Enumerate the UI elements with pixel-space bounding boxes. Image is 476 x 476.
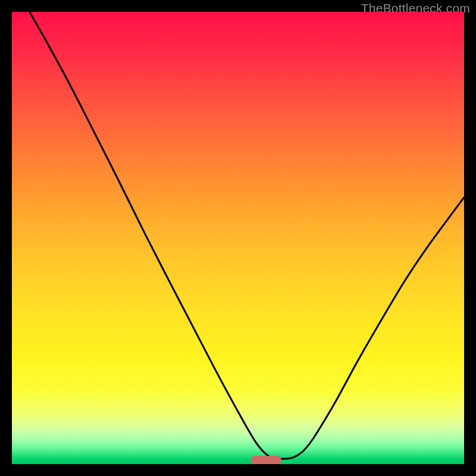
- bottleneck-curve: [12, 12, 464, 464]
- optimal-range-marker: [250, 456, 281, 464]
- chart-frame: TheBottleneck.com: [0, 0, 476, 476]
- plot-area: [12, 12, 464, 464]
- curve-path: [30, 12, 464, 459]
